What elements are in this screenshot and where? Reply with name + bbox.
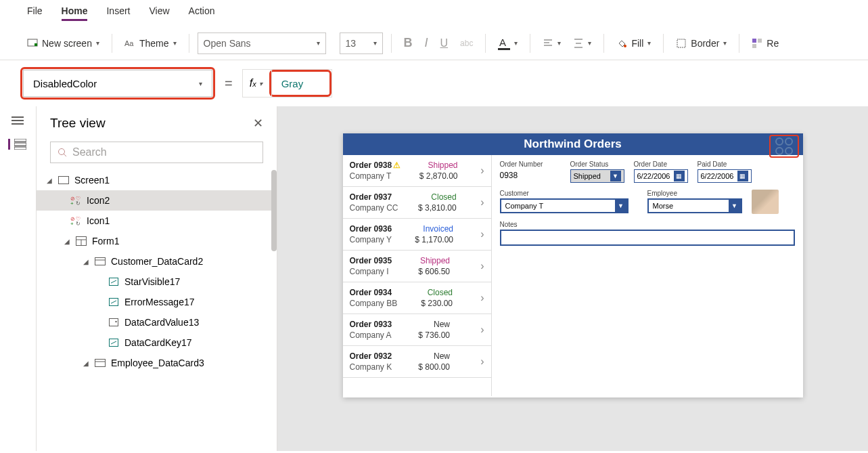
selected-sync-icon[interactable] [769,135,799,158]
order-status: New [434,320,450,329]
order-status-select[interactable]: Shipped ▼ [570,169,624,183]
tree-label: Form1 [92,236,119,246]
tree-view-icon[interactable] [8,139,22,150]
app-title: Northwind Orders [524,137,622,150]
fx-button[interactable]: fx ▾ [243,70,269,97]
reorder-button[interactable]: Re [748,35,783,51]
order-id: Order 0933 [350,320,392,329]
chevron-right-icon: › [480,292,484,304]
order-company: Company T [350,171,401,181]
border-icon [676,38,687,49]
tree-node-star[interactable]: StarVisible17 [37,272,277,292]
order-amount: $ 3,810.00 [418,203,457,213]
border-button[interactable]: Border ▾ [672,35,731,51]
order-row[interactable]: Order 0935Company IShipped$ 606.50› [343,251,491,282]
svg-line-39 [111,280,116,283]
svg-text:A: A [499,37,506,48]
align-icon [543,38,553,49]
paid-date-value: 6/22/2006 [701,172,734,180]
hamburger-icon[interactable] [12,116,25,127]
svg-rect-21 [14,147,26,150]
order-amount: $ 2,870.00 [419,171,458,181]
chevron-down-icon: ▾ [723,39,727,47]
vertical-align-button[interactable]: ▾ [569,35,595,51]
tree-node-value[interactable]: DataCardValue13 [37,312,277,332]
fill-label: Fill [631,38,643,49]
chevron-down-icon: ▾ [373,39,377,47]
card-icon [95,358,106,368]
label-icon [108,297,119,307]
tree-node-key[interactable]: DataCardKey17 [37,332,277,353]
theme-button[interactable]: Aa Theme ▾ [120,35,181,51]
svg-line-41 [111,301,116,303]
chevron-right-icon: › [480,355,484,368]
dropdown-icon [108,318,119,327]
order-list[interactable]: Order 0938⚠Company TShipped$ 2,870.00›Or… [343,155,492,396]
label-icon [108,277,119,286]
font-size-select[interactable]: 13 ▾ [340,33,383,54]
order-status: New [434,351,450,361]
tree-title: Tree view [50,116,106,131]
sync-icon: ⊘♡+↻ [70,196,81,205]
strike-button[interactable]: abc [456,36,477,51]
fill-button[interactable]: Fill ▾ [612,35,655,51]
employee-value: Morse [653,202,674,210]
underline-button[interactable]: U [436,35,453,52]
chevron-down-icon: ▾ [588,39,591,47]
order-row[interactable]: Order 0938⚠Company TShipped$ 2,870.00› [343,155,491,187]
chevron-right-icon: › [480,324,484,336]
chevron-right-icon: › [480,260,484,272]
order-id: Order 0936 [350,224,392,234]
tree-node-screen1[interactable]: ◢ Screen1 [37,170,277,190]
form-icon [76,236,87,246]
customer-select[interactable]: Company T ▼ [500,198,629,213]
menu-insert[interactable]: Insert [106,5,130,21]
paid-date-input[interactable]: 6/22/2006 ▦ [698,169,752,183]
property-select[interactable]: DisabledColor ▾ [23,70,212,97]
menu-view[interactable]: View [149,5,169,21]
italic-button[interactable]: I [421,33,432,53]
formula-input[interactable]: Gray [271,70,329,97]
bold-button[interactable]: B [400,33,417,53]
svg-text:↻: ↻ [76,200,81,206]
menu-file[interactable]: File [27,5,43,21]
tree-node-employee-card[interactable]: ◢ Employee_DataCard3 [37,353,277,373]
order-row[interactable]: Order 0934Company BBClosed$ 230.00› [343,282,491,314]
order-row[interactable]: Order 0937Company CCClosed$ 3,810.00› [343,187,491,219]
order-date-input[interactable]: 6/22/2006 ▦ [634,169,688,183]
tree-label: DataCardKey17 [124,337,192,348]
tree-node-icon1[interactable]: ⊘♡+↻ Icon1 [37,211,277,231]
valign-icon [573,38,584,49]
font-size-value: 13 [346,38,357,49]
search-input[interactable]: Search [50,142,263,163]
font-color-button[interactable]: A ▾ [494,34,522,53]
align-button[interactable]: ▾ [539,35,565,51]
close-icon[interactable]: ✕ [253,116,263,131]
scrollbar[interactable] [271,170,277,251]
svg-text:+: + [70,221,74,226]
order-amount: $ 230.00 [421,299,453,308]
order-row[interactable]: Order 0933Company ANew$ 736.00› [343,314,491,346]
tree-node-error[interactable]: ErrorMessage17 [37,292,277,312]
font-select[interactable]: Open Sans ▾ [198,33,326,54]
chevron-down-icon: ▾ [96,39,99,47]
svg-text:↻: ↻ [76,221,81,226]
order-row[interactable]: Order 0932Company KNew$ 800.00› [343,346,491,378]
svg-rect-24 [59,177,69,184]
fill-icon [616,38,627,49]
order-row[interactable]: Order 0936Company YInvoiced$ 1,170.00› [343,219,491,251]
order-date-label: Order Date [634,160,688,168]
tree-node-form1[interactable]: ◢ Form1 [37,231,277,251]
new-screen-button[interactable]: New screen ▾ [23,35,104,51]
tree-node-customer-card[interactable]: ◢ Customer_DataCard2 [37,251,277,272]
menu-home[interactable]: Home [62,5,88,21]
reorder-label: Re [767,38,779,49]
tree-node-icon2[interactable]: ⊘♡+↻ Icon2 [37,190,277,211]
order-detail: Order Number 0938 Order Status Shipped ▼… [492,155,803,396]
chevron-down-icon: ▼ [615,200,627,212]
menu-action[interactable]: Action [189,5,215,21]
chevron-down-icon: ▾ [199,80,202,87]
svg-rect-12 [677,39,685,47]
employee-select[interactable]: Morse ▼ [647,198,742,213]
notes-input[interactable] [500,230,795,246]
